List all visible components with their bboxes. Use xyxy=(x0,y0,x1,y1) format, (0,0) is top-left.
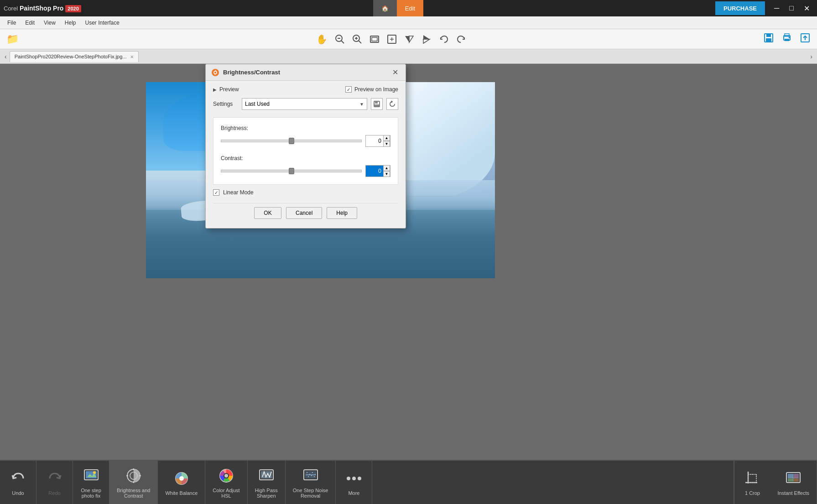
svg-point-59 xyxy=(358,477,361,480)
dialog-footer: OK Cancel Help xyxy=(213,203,398,223)
zoom-in-button[interactable] xyxy=(349,32,365,46)
brightness-contrast-tool[interactable]: Brightness andContrast xyxy=(109,460,158,504)
print-button[interactable] xyxy=(779,31,795,47)
minimize-button[interactable]: ─ xyxy=(770,3,783,13)
noise-removal-label: One Step NoiseRemoval xyxy=(293,488,328,499)
save-button[interactable] xyxy=(760,31,777,47)
purchase-button[interactable]: PURCHASE xyxy=(715,1,765,15)
main-toolbar: 📁 ✋ xyxy=(0,29,817,49)
contrast-increment-button[interactable]: ▲ xyxy=(383,165,390,171)
svg-rect-68 xyxy=(794,474,799,478)
svg-marker-16 xyxy=(423,39,430,43)
reset-settings-button[interactable] xyxy=(386,98,398,110)
redo-icon xyxy=(46,469,64,488)
high-pass-sharpen-tool[interactable]: High PassSharpen xyxy=(248,460,286,504)
linear-mode-row[interactable]: Linear Mode xyxy=(213,189,398,196)
pan-tool-button[interactable]: ✋ xyxy=(313,32,330,47)
open-folder-button[interactable]: 📁 xyxy=(4,31,21,47)
color-adjust-hsl-tool[interactable]: Color AdjustHSL xyxy=(205,460,247,504)
flip-horizontal-button[interactable] xyxy=(401,32,417,46)
contrast-slider-thumb[interactable] xyxy=(289,168,294,174)
svg-rect-67 xyxy=(788,474,793,478)
crop-label: 1 Crop xyxy=(745,490,760,496)
instant-effects-tool[interactable]: Instant Effects xyxy=(770,460,817,504)
preview-on-image-checkbox[interactable] xyxy=(345,86,352,93)
menu-file[interactable]: File xyxy=(3,18,21,28)
contrast-decrement-button[interactable]: ▼ xyxy=(383,171,390,177)
brightness-slider-thumb[interactable] xyxy=(289,138,294,144)
close-button[interactable]: ✕ xyxy=(800,3,813,14)
menu-edit[interactable]: Edit xyxy=(21,18,39,28)
fit-window-button[interactable] xyxy=(367,32,382,46)
brightness-label: Brightness: xyxy=(221,125,390,131)
redo-tool[interactable]: Redo xyxy=(36,460,73,504)
contrast-value-input[interactable]: 0 ▲ ▼ xyxy=(365,165,390,177)
edit-nav-button[interactable]: Edit xyxy=(397,0,423,16)
svg-rect-69 xyxy=(788,478,793,482)
dialog-close-button[interactable]: ✕ xyxy=(390,68,400,77)
svg-line-1 xyxy=(341,41,344,43)
contrast-number-input[interactable]: 0 xyxy=(366,166,383,177)
window-controls: ─ □ ✕ xyxy=(770,3,813,14)
contrast-spinner: ▲ ▼ xyxy=(383,165,390,177)
crop-tool[interactable]: 1 Crop xyxy=(734,460,770,504)
color-adjust-hsl-icon xyxy=(217,467,235,485)
svg-rect-23 xyxy=(785,39,789,41)
more-tool[interactable]: More xyxy=(336,460,372,504)
title-bar: Corel PaintShop Pro 2020 🏠 Edit PURCHASE… xyxy=(0,0,817,16)
svg-marker-13 xyxy=(409,36,413,42)
svg-point-45 xyxy=(224,474,228,478)
help-button[interactable]: Help xyxy=(327,207,357,219)
brightness-increment-button[interactable]: ▲ xyxy=(383,135,390,141)
svg-point-58 xyxy=(347,477,350,480)
noise-removal-tool[interactable]: One Step NoiseRemoval xyxy=(286,460,336,504)
home-nav-button[interactable]: 🏠 xyxy=(373,0,397,16)
menu-help[interactable]: Help xyxy=(60,18,81,28)
cancel-button[interactable]: Cancel xyxy=(286,207,322,219)
svg-rect-70 xyxy=(794,478,799,482)
menu-user-interface[interactable]: User Interface xyxy=(81,18,124,28)
contrast-slider-track[interactable] xyxy=(221,170,362,172)
toolbar-left: 📁 xyxy=(4,31,21,47)
brightness-contrast-icon xyxy=(125,467,143,485)
brightness-number-input[interactable]: 0 xyxy=(366,135,383,146)
actual-size-button[interactable] xyxy=(384,32,400,46)
instant-effects-icon xyxy=(784,469,802,488)
active-tab[interactable]: PaintShopPro2020Review-OneStepPhotoFix.j… xyxy=(10,51,139,62)
one-step-icon xyxy=(82,467,100,485)
settings-dropdown[interactable]: Last Used ▼ xyxy=(242,98,367,110)
app-logo: Corel PaintShop Pro 2020 xyxy=(4,5,81,12)
sliders-section: Brightness: 0 ▲ ▼ xyxy=(213,117,398,185)
undo-tool[interactable]: Undo xyxy=(0,460,36,504)
save-preset-button[interactable] xyxy=(371,98,383,110)
flip-vertical-button[interactable] xyxy=(419,32,434,46)
svg-rect-8 xyxy=(372,37,377,41)
one-step-photo-fix-tool[interactable]: One stepphoto fix xyxy=(73,460,109,504)
menu-view[interactable]: View xyxy=(39,18,60,28)
svg-marker-15 xyxy=(423,35,430,39)
preview-on-image-toggle[interactable]: Preview on Image xyxy=(345,86,398,93)
zoom-out-button[interactable] xyxy=(332,32,348,46)
svg-point-24 xyxy=(789,36,790,38)
color-adjust-hsl-label: Color AdjustHSL xyxy=(213,488,239,499)
ok-button[interactable]: OK xyxy=(254,207,281,219)
brightness-value-input[interactable]: 0 ▲ ▼ xyxy=(365,135,390,147)
redo-toolbar-button[interactable] xyxy=(453,32,469,46)
bottom-toolbar: Undo Redo One stepphoto fix xyxy=(0,460,817,504)
svg-rect-55 xyxy=(311,475,312,476)
brightness-slider-track[interactable] xyxy=(221,140,362,142)
instant-effects-label: Instant Effects xyxy=(777,490,809,496)
undo-toolbar-button[interactable] xyxy=(436,32,452,46)
preview-arrow-icon: ▶ xyxy=(213,87,217,92)
brightness-decrement-button[interactable]: ▼ xyxy=(383,141,390,147)
maximize-button[interactable]: □ xyxy=(786,3,797,13)
tab-close-button[interactable]: × xyxy=(130,53,134,60)
white-balance-tool[interactable]: White Balance xyxy=(158,460,205,504)
settings-dropdown-value: Last Used xyxy=(245,101,270,107)
svg-point-34 xyxy=(93,471,96,474)
linear-mode-checkbox[interactable] xyxy=(213,189,219,196)
tab-scroll-right[interactable]: › xyxy=(807,51,815,62)
export-button[interactable] xyxy=(797,31,813,47)
tab-scroll-left[interactable]: ‹ xyxy=(2,51,10,62)
preview-toggle[interactable]: ▶ Preview xyxy=(213,86,239,93)
